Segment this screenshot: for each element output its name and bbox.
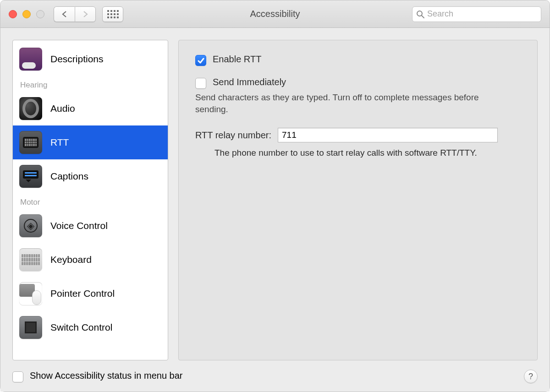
checkmark-icon (197, 57, 204, 64)
help-icon: ? (528, 372, 533, 381)
close-window-button[interactable] (9, 10, 17, 18)
sidebar[interactable]: Descriptions Hearing Audio RTT Captions … (12, 40, 168, 360)
titlebar: Accessibility (0, 0, 550, 28)
sidebar-item-label: Descriptions (50, 54, 104, 65)
send-immediately-row: Send Immediately (195, 77, 521, 89)
back-button[interactable] (54, 6, 75, 22)
sidebar-item-audio[interactable]: Audio (13, 92, 168, 125)
relay-number-label: RTT relay number: (195, 130, 271, 141)
audio-icon (19, 97, 42, 120)
sidebar-item-voice-control[interactable]: ◈ Voice Control (13, 209, 168, 243)
chevron-left-icon (61, 11, 68, 18)
chevron-right-icon (82, 11, 88, 18)
sidebar-item-label: Keyboard (50, 254, 92, 265)
sidebar-item-captions[interactable]: Captions (13, 159, 168, 193)
minimize-window-button[interactable] (22, 10, 31, 18)
send-immediately-description: Send characters as they are typed. Turn … (195, 92, 489, 115)
preferences-window: Accessibility Descriptions Hearing Audio (0, 0, 550, 392)
sidebar-item-label: Voice Control (50, 220, 108, 231)
sidebar-item-label: Audio (50, 103, 75, 114)
search-field-wrap[interactable] (412, 6, 541, 22)
sidebar-item-label: Pointer Control (50, 288, 115, 299)
captions-icon (19, 165, 42, 188)
show-status-row: Show Accessibility status in menu bar (12, 370, 183, 382)
show-all-button[interactable] (102, 6, 123, 22)
enable-rtt-row: Enable RTT (195, 54, 521, 66)
sidebar-section-motor: Motor (13, 193, 168, 209)
voice-control-icon: ◈ (19, 214, 42, 237)
show-all-segment (102, 6, 123, 22)
enable-rtt-label: Enable RTT (213, 54, 261, 65)
help-button[interactable]: ? (524, 370, 538, 383)
svg-line-1 (422, 16, 424, 18)
content-panel: Enable RTT Send Immediately Send charact… (178, 40, 538, 360)
search-input[interactable] (427, 9, 537, 19)
switch-control-icon (19, 316, 42, 339)
send-immediately-label: Send Immediately (213, 77, 286, 87)
grid-icon (107, 10, 119, 18)
keyboard-icon (19, 248, 42, 271)
sidebar-item-switch-control[interactable]: Switch Control (13, 310, 168, 344)
sidebar-item-keyboard[interactable]: Keyboard (13, 243, 168, 277)
show-status-checkbox[interactable] (12, 371, 23, 382)
footer: Show Accessibility status in menu bar ? (0, 366, 550, 392)
descriptions-icon (19, 48, 42, 71)
rtt-icon (19, 131, 42, 154)
relay-number-row: RTT relay number: (195, 128, 521, 142)
sidebar-item-label: Switch Control (50, 322, 112, 333)
body: Descriptions Hearing Audio RTT Captions … (0, 28, 550, 366)
send-immediately-checkbox[interactable] (195, 78, 206, 89)
sidebar-section-hearing: Hearing (13, 76, 168, 92)
sidebar-item-descriptions[interactable]: Descriptions (13, 42, 168, 76)
search-icon (416, 10, 424, 18)
sidebar-item-label: Captions (50, 171, 88, 182)
zoom-window-button[interactable] (36, 10, 44, 18)
nav-segment (54, 6, 96, 22)
window-controls (9, 10, 44, 18)
sidebar-item-rtt[interactable]: RTT (13, 125, 168, 159)
pointer-control-icon (19, 282, 42, 305)
forward-button[interactable] (75, 6, 96, 22)
sidebar-item-label: RTT (50, 137, 69, 148)
enable-rtt-checkbox[interactable] (195, 55, 206, 66)
relay-number-hint: The phone number to use to start relay c… (214, 148, 521, 158)
sidebar-item-pointer-control[interactable]: Pointer Control (13, 277, 168, 310)
show-status-label: Show Accessibility status in menu bar (30, 370, 183, 381)
relay-number-input[interactable] (278, 128, 498, 142)
